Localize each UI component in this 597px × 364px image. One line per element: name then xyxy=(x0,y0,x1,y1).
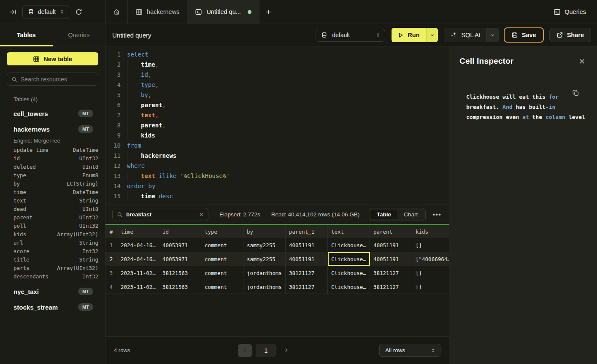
results-search-input[interactable] xyxy=(126,211,196,218)
new-tab-button[interactable] xyxy=(259,0,278,24)
grid-header-cell-#[interactable]: # xyxy=(105,225,117,238)
run-button[interactable]: Run xyxy=(392,28,426,42)
grid-cell[interactable]: comment xyxy=(201,280,243,294)
grid-cell[interactable]: 38121127 xyxy=(286,266,328,280)
grid-cell[interactable]: 2023-11-02… xyxy=(117,280,159,294)
line-number: 15 xyxy=(110,191,121,201)
page-input[interactable] xyxy=(256,344,276,357)
table-name: nyc_taxi xyxy=(14,288,39,295)
grid-cell[interactable]: jordanthoms xyxy=(243,280,286,294)
grid-cell[interactable]: 38121127 xyxy=(370,280,412,294)
content-row: 1select2time,3id,4type,5by,6parent,7text… xyxy=(105,46,597,364)
column-type: Array(UInt32) xyxy=(57,231,98,237)
grid-cell[interactable]: 40051191 xyxy=(370,238,412,252)
editor-line: 4type, xyxy=(110,80,449,90)
refresh-button[interactable] xyxy=(75,8,82,16)
more-options-button[interactable]: ••• xyxy=(431,210,443,219)
grid-cell[interactable]: 40053971 xyxy=(159,252,201,266)
grid-row[interactable]: 32023-11-02…38121563commentjordanthoms38… xyxy=(105,266,449,280)
grid-cell[interactable]: 40051191 xyxy=(286,252,328,266)
editor-line: 8parent, xyxy=(110,120,449,130)
grid-cell[interactable]: 2023-11-02… xyxy=(117,266,159,280)
grid-cell[interactable]: 40051191 xyxy=(286,238,328,252)
sql-ai-options-button[interactable] xyxy=(486,28,498,42)
token: by xyxy=(141,92,148,98)
grid-cell[interactable]: comment xyxy=(201,238,243,252)
grid-cell[interactable]: 40053971 xyxy=(159,238,201,252)
grid-row[interactable]: 42023-11-02…38121563commentjordanthoms38… xyxy=(105,280,449,294)
grid-cell[interactable]: sammy2255 xyxy=(243,238,286,252)
page-size-selector[interactable]: All rows xyxy=(379,344,440,357)
grid-cell[interactable]: [] xyxy=(412,266,449,280)
sql-editor[interactable]: 1select2time,3id,4type,5by,6parent,7text… xyxy=(105,46,449,205)
grid-header-cell-time[interactable]: time xyxy=(117,225,159,238)
grid-cell[interactable]: jordanthoms xyxy=(243,266,286,280)
copy-cell-button[interactable] xyxy=(572,89,579,97)
close-inspector-button[interactable] xyxy=(579,58,585,65)
grid-cell[interactable]: 38121563 xyxy=(159,280,201,294)
grid-cell[interactable]: 38121563 xyxy=(159,266,201,280)
grid-cell[interactable]: 38121127 xyxy=(370,266,412,280)
prev-page-button[interactable] xyxy=(238,344,252,357)
grid-header-cell-by[interactable]: by xyxy=(243,225,286,238)
token: where xyxy=(127,162,145,169)
run-split-button: Run xyxy=(392,28,438,42)
grid-cell[interactable]: 38121127 xyxy=(286,280,328,294)
share-button[interactable]: Share xyxy=(549,28,591,42)
grid-cell[interactable]: Clickhouse… xyxy=(328,280,370,294)
indent-guide xyxy=(127,130,141,140)
grid-row[interactable]: 22024-04-16…40053971commentsammy22554005… xyxy=(105,252,449,266)
grid-cell[interactable]: 2024-04-16… xyxy=(117,238,159,252)
grid-cell[interactable]: 2024-04-16… xyxy=(117,252,159,266)
grid-cell[interactable]: comment xyxy=(201,266,243,280)
grid-header-row: #timeidtypebyparent_1textparentkids xyxy=(105,225,449,238)
grid-header-cell-text[interactable]: text xyxy=(328,225,370,238)
grid-header-cell-kids[interactable]: kids xyxy=(412,225,449,238)
new-table-button[interactable]: New table xyxy=(7,52,98,65)
grid-cell[interactable]: [] xyxy=(412,238,449,252)
grid-cell[interactable]: sammy2255 xyxy=(243,252,286,266)
tab-untitled-query[interactable]: Untitled qu... xyxy=(187,0,259,24)
resource-search-input[interactable] xyxy=(21,76,97,83)
collapse-sidebar-button[interactable] xyxy=(9,8,16,16)
workarea: 1select2time,3id,4type,5by,6parent,7text… xyxy=(105,46,449,364)
token: parent xyxy=(141,122,162,129)
queries-button[interactable]: Queries xyxy=(554,8,586,16)
sql-ai-button[interactable]: SQL AI xyxy=(444,28,486,42)
grid-header-cell-parent[interactable]: parent xyxy=(370,225,412,238)
table-item-hackernews[interactable]: hackernewsMT xyxy=(14,124,98,134)
next-page-button[interactable] xyxy=(280,344,292,357)
tables-list: cell_towersMThackernewsMTEngine: MergeTr… xyxy=(7,109,98,312)
table-item-stocks_stream[interactable]: stocks_streamMT xyxy=(14,302,98,312)
toolbar-database-selector[interactable]: default xyxy=(316,29,385,42)
tab-hackernews[interactable]: hackernews xyxy=(128,0,187,24)
grid-cell[interactable]: comment xyxy=(201,252,243,266)
grid-header-cell-id[interactable]: id xyxy=(159,225,201,238)
grid-cell[interactable]: Clickhouse… xyxy=(328,238,370,252)
row-number[interactable]: 3 xyxy=(105,266,117,280)
table-item-nyc_taxi[interactable]: nyc_taxiMT xyxy=(14,287,98,296)
grid-cell[interactable]: Clickhouse… xyxy=(328,266,370,280)
view-tab-table[interactable]: Table xyxy=(370,210,397,219)
column-row: timeDateTime xyxy=(14,188,98,196)
grid-cell[interactable]: Clickhouse… xyxy=(328,252,370,266)
grid-cell[interactable]: 40051191 xyxy=(370,252,412,266)
tab-home[interactable] xyxy=(106,0,128,24)
view-tab-chart[interactable]: Chart xyxy=(397,210,424,219)
row-number[interactable]: 2 xyxy=(105,252,117,266)
grid-header-cell-parent_1[interactable]: parent_1 xyxy=(286,225,328,238)
run-options-button[interactable] xyxy=(426,28,438,42)
clear-search-button[interactable]: ✕ xyxy=(199,212,204,217)
grid-cell[interactable]: ["40066964… xyxy=(412,252,449,266)
table-item-cell_towers[interactable]: cell_towersMT xyxy=(14,109,98,118)
row-number[interactable]: 4 xyxy=(105,280,117,294)
topbar-database-selector[interactable]: default xyxy=(22,5,69,19)
row-number[interactable]: 1 xyxy=(105,238,117,252)
grid-row[interactable]: 12024-04-16…40053971commentsammy22554005… xyxy=(105,238,449,252)
sidebar-tab-tables[interactable]: Tables xyxy=(0,24,53,46)
grid-header-cell-type[interactable]: type xyxy=(201,225,243,238)
sidebar-tab-queries[interactable]: Queries xyxy=(53,24,105,46)
grid-cell[interactable]: [] xyxy=(412,280,449,294)
save-button[interactable]: Save xyxy=(504,27,544,43)
search-icon xyxy=(117,212,123,218)
